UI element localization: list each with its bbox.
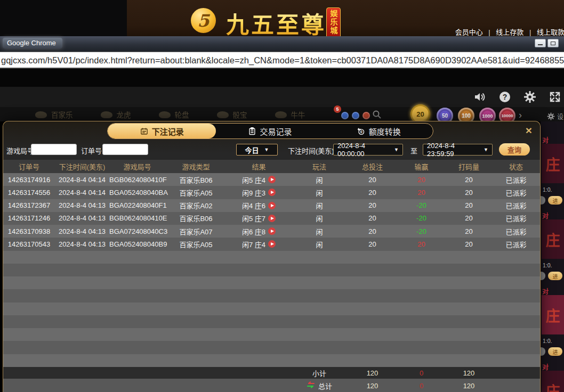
game-menu-item[interactable]: 百家乐 xyxy=(35,109,73,120)
date-from-select[interactable]: 2024-8-4 00:00:00 ▼ xyxy=(333,144,403,156)
game-menu-item[interactable]: 牛牛 xyxy=(275,109,305,120)
total-bet: 120 xyxy=(348,369,397,377)
header-dark-region xyxy=(0,0,127,36)
tab-credit-transfer[interactable]: 0 额度转换 xyxy=(325,124,433,138)
cell-bet: 20 xyxy=(348,176,397,184)
replay-button[interactable] xyxy=(268,176,276,183)
lobby-card[interactable]: 对庄1:0.进 xyxy=(541,362,564,392)
chip-value: 50 xyxy=(442,113,448,119)
cell-time: 2024-8-4 04:14 xyxy=(55,176,109,184)
cell-round: BGA052408040BA xyxy=(109,189,165,197)
column-header: 结果 xyxy=(227,161,291,172)
column-header: 状态 xyxy=(492,161,540,172)
settings-gear-icon[interactable] xyxy=(523,90,537,104)
banker-panel: 庄 xyxy=(542,219,564,259)
nav-link[interactable]: 线上取款 xyxy=(537,28,564,36)
play-icon xyxy=(271,204,274,207)
enter-button[interactable]: 进 xyxy=(548,196,562,205)
lobby-card[interactable]: 对庄1:0.进 xyxy=(541,287,564,361)
cell-status: 已派彩 xyxy=(492,187,540,198)
chevron-down-icon: ▼ xyxy=(484,147,488,152)
cell-bet: 20 xyxy=(348,227,397,235)
bet-time-label: 下注时间(美东) xyxy=(288,145,334,156)
secondary-pill-button[interactable] xyxy=(541,196,545,205)
game-round-input[interactable] xyxy=(31,144,77,155)
game-menu-item[interactable]: 骰宝 xyxy=(217,109,247,120)
chips-more-arrow[interactable]: › xyxy=(519,110,522,121)
pair-label: 对 xyxy=(542,211,549,220)
notification-badge: 5 xyxy=(334,105,341,113)
fullscreen-icon[interactable] xyxy=(548,90,562,104)
column-header: 游戏局号 xyxy=(109,161,165,172)
maximize-button[interactable] xyxy=(547,39,559,47)
dialog-tabbar: 下注记录 交易记录 0 额度转换 xyxy=(107,123,433,139)
order-label: 订单号 xyxy=(81,145,102,156)
game-menu-item[interactable]: 轮盘 xyxy=(159,109,189,120)
search-button[interactable]: 查询 xyxy=(499,143,530,156)
lobby-card[interactable]: 对庄1:0.进 xyxy=(541,211,564,285)
range-select[interactable]: 今日 ▼ xyxy=(236,144,278,156)
replay-button[interactable] xyxy=(268,215,276,222)
lobby-card[interactable]: 对庄1:0.进 xyxy=(541,135,564,210)
secondary-pill-button[interactable] xyxy=(541,272,545,280)
logo-badge: 娱乐城 xyxy=(326,7,341,38)
table-row-empty xyxy=(3,289,540,302)
tab-bet-records[interactable]: 下注记录 xyxy=(108,124,216,138)
banker-panel: 庄 xyxy=(542,371,564,392)
close-icon[interactable]: × xyxy=(526,125,532,136)
game-menu-item[interactable]: 龙虎 xyxy=(101,109,131,120)
cell-game-type: 百家乐A07 xyxy=(165,226,227,236)
chip-value: 10000 xyxy=(501,113,513,118)
cell-turnover: 20 xyxy=(446,214,492,222)
banker-char: 庄 xyxy=(546,380,560,392)
date-to-select[interactable]: 2024-8-4 23:59:59 ▼ xyxy=(423,144,493,156)
total-row: 总计1200120 xyxy=(3,379,540,392)
total-label-cell: 小计 xyxy=(291,368,348,378)
table-settings-icon[interactable]: 设 xyxy=(547,112,563,121)
column-header: 订单号 xyxy=(3,161,55,172)
address-bar[interactable]: gqjcxs.com/h5V01/pc/index.html?return=ab… xyxy=(0,52,564,69)
site-logo-title: 九五至尊 xyxy=(226,6,326,39)
tab-label: 下注记录 xyxy=(152,126,184,137)
help-icon[interactable]: ? xyxy=(498,90,512,104)
chrome-window-label: Google Chrome xyxy=(3,38,62,48)
card-buttons: 进 xyxy=(541,196,562,205)
minimize-button[interactable] xyxy=(535,39,546,47)
cell-result: 闲7 庄4 xyxy=(227,239,291,249)
result-text: 闲6 庄8 xyxy=(242,226,265,236)
nav-link[interactable]: 线上存款 xyxy=(496,28,523,36)
cell-winloss: -20 xyxy=(397,201,446,209)
chip-value: 1000 xyxy=(482,113,493,119)
svg-text:0: 0 xyxy=(360,129,362,134)
volume-icon[interactable] xyxy=(473,90,487,104)
swap-icon[interactable] xyxy=(307,381,315,390)
cell-status: 已派彩 xyxy=(492,213,540,223)
game-round-label: 游戏局号 xyxy=(6,145,34,156)
replay-button[interactable] xyxy=(268,240,276,248)
enter-button[interactable]: 进 xyxy=(548,272,562,280)
cell-time: 2024-8-4 04:13 xyxy=(55,240,109,248)
cell-bet: 20 xyxy=(348,240,397,248)
cell-result: 闲5 庄7 xyxy=(227,213,291,223)
play-icon xyxy=(271,178,274,181)
secondary-pill-button[interactable] xyxy=(541,347,545,356)
tab-transaction-records[interactable]: 交易记录 xyxy=(216,124,324,138)
enter-button[interactable]: 进 xyxy=(548,347,562,356)
cell-game-type: 百家乐A02 xyxy=(165,200,227,210)
nav-link[interactable]: 会员中心 xyxy=(455,28,483,36)
cell-status: 已派彩 xyxy=(492,175,540,185)
table-row: 142631705432024-8-4 04:13BGA052408040B9百… xyxy=(3,238,540,250)
cell-order: 14263171246 xyxy=(3,214,55,222)
replay-button[interactable] xyxy=(268,189,276,196)
topbar-icons: ? xyxy=(473,90,562,104)
table-row: 142631749162024-8-4 04:14BGB0624080410F百… xyxy=(3,173,540,186)
order-input[interactable] xyxy=(102,144,148,155)
search-chip-icon[interactable] xyxy=(372,110,382,121)
cell-round: BGB0624080410E xyxy=(109,214,165,222)
cell-game-type: 百家乐A05 xyxy=(165,187,227,198)
replay-button[interactable] xyxy=(268,202,276,209)
game-menu-label: 轮盘 xyxy=(175,109,189,120)
cell-play: 闲 xyxy=(291,175,348,185)
cell-winloss: 20 xyxy=(397,240,446,248)
replay-button[interactable] xyxy=(268,227,276,235)
